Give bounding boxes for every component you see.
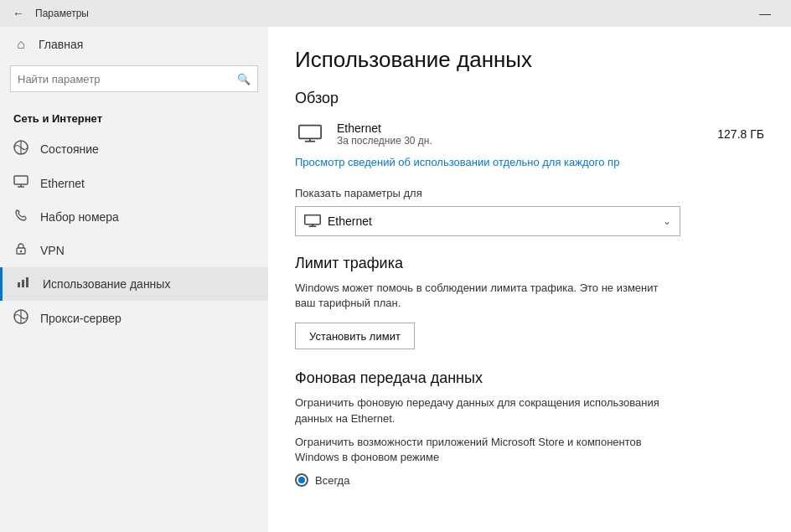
content-area: Использование данных Обзор Ethernet За п… (268, 27, 791, 532)
page-title: Использование данных (295, 47, 764, 73)
show-params-label: Показать параметры для (295, 187, 764, 199)
sidebar-ethernet-label: Ethernet (40, 177, 85, 190)
data-usage-icon (16, 276, 31, 292)
overview-connection-name: Ethernet (337, 121, 717, 135)
sidebar-item-data-usage[interactable]: Использование данных (0, 267, 268, 301)
back-button[interactable]: ← (7, 2, 30, 25)
bg-transfer-heading: Фоновая передача данных (295, 369, 764, 387)
details-link[interactable]: Просмотр сведений об использовании отдел… (295, 156, 764, 168)
svg-rect-9 (26, 277, 28, 287)
home-icon: ⌂ (13, 37, 28, 52)
sidebar-data-usage-label: Использование данных (43, 277, 170, 291)
sidebar: ⌂ Главная 🔍 Сеть и Интернет Состояние (0, 27, 268, 532)
dropdown-ethernet-icon (304, 213, 321, 230)
chevron-down-icon: ⌄ (663, 215, 671, 227)
sidebar-item-home[interactable]: ⌂ Главная (0, 27, 268, 62)
set-limit-button[interactable]: Установить лимит (295, 323, 415, 349)
status-icon (13, 140, 28, 158)
svg-rect-2 (14, 176, 28, 184)
radio-always[interactable]: Всегда (295, 473, 764, 487)
search-box[interactable]: 🔍 (10, 65, 258, 92)
sidebar-home-label: Главная (39, 38, 83, 51)
radio-always-label: Всегда (315, 474, 349, 487)
radio-circle-always (295, 473, 308, 487)
ethernet-overview-icon (295, 119, 325, 149)
main-container: ⌂ Главная 🔍 Сеть и Интернет Состояние (0, 27, 791, 532)
search-input[interactable] (18, 73, 237, 85)
bg-transfer-limit-label: Ограничить возможности приложений Micros… (295, 435, 680, 465)
svg-rect-7 (18, 282, 20, 287)
overview-card: Ethernet За последние 30 дн. 127.8 ГБ (295, 119, 764, 149)
connection-dropdown[interactable]: Ethernet ⌄ (295, 206, 680, 236)
overview-heading: Обзор (295, 90, 764, 107)
dropdown-value: Ethernet (328, 214, 663, 228)
proxy-icon (13, 309, 28, 328)
sidebar-status-label: Состояние (40, 142, 99, 156)
svg-rect-15 (305, 215, 320, 225)
overview-connection-sub: За последние 30 дн. (337, 135, 717, 147)
svg-rect-8 (22, 280, 24, 287)
app-title: Параметры (35, 8, 746, 19)
sidebar-item-ethernet[interactable]: Ethernet (0, 167, 268, 200)
sidebar-section-title: Сеть и Интернет (0, 106, 268, 132)
minimize-button[interactable]: — (746, 0, 784, 27)
sidebar-item-proxy[interactable]: Прокси-сервер (0, 301, 268, 336)
ethernet-icon (13, 175, 28, 192)
search-icon: 🔍 (237, 73, 251, 85)
bg-transfer-desc: Ограничить фоновую передачу данных для с… (295, 395, 680, 426)
sidebar-dialup-label: Набор номера (40, 210, 119, 224)
sidebar-proxy-label: Прокси-сервер (40, 312, 121, 325)
sidebar-item-status[interactable]: Состояние (0, 132, 268, 167)
phone-icon (13, 209, 28, 225)
svg-rect-12 (299, 126, 321, 139)
sidebar-item-dialup[interactable]: Набор номера (0, 200, 268, 234)
vpn-icon (13, 242, 28, 259)
svg-point-6 (20, 251, 22, 252)
traffic-limit-desc: Windows может помочь в соблюдении лимита… (295, 281, 680, 311)
titlebar: ← Параметры — (0, 0, 791, 27)
traffic-limit-heading: Лимит трафика (295, 255, 764, 272)
radio-group: Всегда (295, 473, 764, 487)
sidebar-vpn-label: VPN (40, 244, 65, 257)
overview-info: Ethernet За последние 30 дн. (337, 121, 717, 147)
sidebar-item-vpn[interactable]: VPN (0, 234, 268, 267)
overview-size: 127.8 ГБ (717, 127, 764, 141)
